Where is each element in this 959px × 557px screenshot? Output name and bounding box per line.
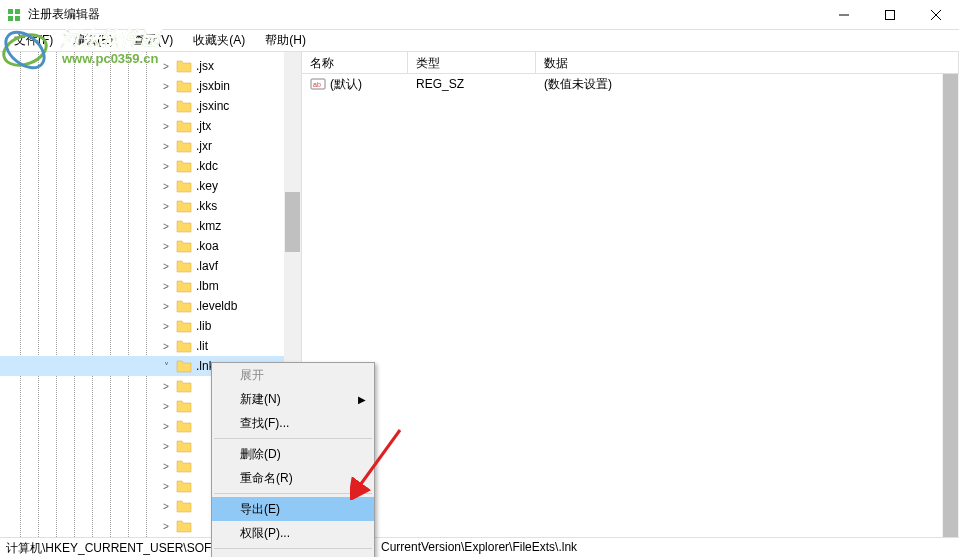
submenu-arrow-icon: ▶: [358, 394, 366, 405]
menu-new[interactable]: 新建(N) ▶: [212, 387, 374, 411]
tree-item-jsxinc[interactable]: >.jsxinc: [0, 96, 301, 116]
list-row[interactable]: ab (默认) REG_SZ (数值未设置): [302, 74, 959, 94]
expander-icon[interactable]: >: [160, 281, 172, 292]
folder-icon: [176, 419, 192, 433]
tree-item-jtx[interactable]: >.jtx: [0, 116, 301, 136]
menu-view[interactable]: 查看(V): [123, 30, 183, 51]
expander-icon[interactable]: >: [160, 381, 172, 392]
tree-label: .koa: [196, 239, 219, 253]
menu-find[interactable]: 查找(F)...: [212, 411, 374, 435]
menu-edit[interactable]: 编辑(E): [63, 30, 123, 51]
expander-icon[interactable]: >: [160, 441, 172, 452]
statusbar-path-right: CurrentVersion\Explorer\FileExts\.lnk: [375, 538, 959, 557]
folder-icon: [176, 99, 192, 113]
expander-icon[interactable]: >: [160, 301, 172, 312]
cell-name: ab (默认): [302, 76, 408, 93]
menu-permissions[interactable]: 权限(P)...: [212, 521, 374, 545]
tree-label: .jsxbin: [196, 79, 230, 93]
expander-icon[interactable]: >: [160, 421, 172, 432]
folder-icon: [176, 439, 192, 453]
expander-icon[interactable]: >: [160, 221, 172, 232]
expander-icon[interactable]: >: [160, 241, 172, 252]
value-name: (默认): [330, 76, 362, 93]
tree-label: .lavf: [196, 259, 218, 273]
menu-expand[interactable]: 展开: [212, 363, 374, 387]
folder-icon: [176, 399, 192, 413]
svg-rect-5: [886, 10, 895, 19]
expander-icon[interactable]: >: [160, 61, 172, 72]
tree-item-lbm[interactable]: >.lbm: [0, 276, 301, 296]
maximize-button[interactable]: [867, 0, 913, 30]
tree-label: .jsx: [196, 59, 214, 73]
expander-icon[interactable]: >: [160, 101, 172, 112]
tree-item-lavf[interactable]: >.lavf: [0, 256, 301, 276]
titlebar: 注册表编辑器: [0, 0, 959, 30]
menu-rename[interactable]: 重命名(R): [212, 466, 374, 490]
folder-icon: [176, 299, 192, 313]
minimize-button[interactable]: [821, 0, 867, 30]
regedit-icon: [6, 7, 22, 23]
expander-icon[interactable]: >: [160, 481, 172, 492]
folder-icon: [176, 119, 192, 133]
expander-icon[interactable]: >: [160, 181, 172, 192]
tree-item-kdc[interactable]: >.kdc: [0, 156, 301, 176]
tree-item-koa[interactable]: >.koa: [0, 236, 301, 256]
expander-icon[interactable]: >: [160, 81, 172, 92]
expander-icon[interactable]: >: [160, 321, 172, 332]
expander-icon[interactable]: >: [160, 501, 172, 512]
tree-item-lib[interactable]: >.lib: [0, 316, 301, 336]
tree-item-kmz[interactable]: >.kmz: [0, 216, 301, 236]
folder-icon: [176, 339, 192, 353]
tree-label: .kdc: [196, 159, 218, 173]
col-name[interactable]: 名称: [302, 52, 408, 73]
expander-icon[interactable]: >: [160, 521, 172, 532]
folder-icon: [176, 239, 192, 253]
menu-favorites[interactable]: 收藏夹(A): [183, 30, 255, 51]
tree-item-kks[interactable]: >.kks: [0, 196, 301, 216]
tree-label: .jtx: [196, 119, 211, 133]
context-menu: 展开 新建(N) ▶ 查找(F)... 删除(D) 重命名(R) 导出(E) 权…: [211, 362, 375, 557]
expander-icon[interactable]: >: [160, 261, 172, 272]
tree-item-jsxbin[interactable]: >.jsxbin: [0, 76, 301, 96]
menu-separator: [214, 493, 372, 494]
tree-item-jxr[interactable]: >.jxr: [0, 136, 301, 156]
expander-icon[interactable]: ˅: [160, 361, 172, 372]
expander-icon[interactable]: >: [160, 161, 172, 172]
folder-icon: [176, 519, 192, 533]
col-type[interactable]: 类型: [408, 52, 536, 73]
tree-item-jsx[interactable]: >.jsx: [0, 56, 301, 76]
menu-copy-key-name[interactable]: 复制项名称(C): [212, 552, 374, 557]
tree-label: .kks: [196, 199, 217, 213]
cell-type: REG_SZ: [408, 77, 536, 91]
statusbar-path-left: 计算机\HKEY_CURRENT_USER\SOFT: [0, 538, 211, 557]
list-panel: 名称 类型 数据 ab (默认) REG_SZ (数值未设置): [302, 52, 959, 537]
menu-file[interactable]: 文件(F): [4, 30, 63, 51]
tree-item-lit[interactable]: >.lit: [0, 336, 301, 356]
folder-icon: [176, 459, 192, 473]
expander-icon[interactable]: >: [160, 121, 172, 132]
expander-icon[interactable]: >: [160, 201, 172, 212]
tree-label: .kmz: [196, 219, 221, 233]
folder-icon: [176, 359, 192, 373]
menu-delete[interactable]: 删除(D): [212, 442, 374, 466]
menu-export[interactable]: 导出(E): [212, 497, 374, 521]
list-scrollbar[interactable]: [942, 74, 959, 537]
tree-label: .leveldb: [196, 299, 237, 313]
menu-help[interactable]: 帮助(H): [255, 30, 316, 51]
expander-icon[interactable]: >: [160, 141, 172, 152]
tree-item-leveldb[interactable]: >.leveldb: [0, 296, 301, 316]
col-data[interactable]: 数据: [536, 52, 959, 73]
expander-icon[interactable]: >: [160, 401, 172, 412]
expander-icon[interactable]: >: [160, 341, 172, 352]
close-button[interactable]: [913, 0, 959, 30]
folder-icon: [176, 499, 192, 513]
expander-icon[interactable]: >: [160, 461, 172, 472]
cell-data: (数值未设置): [536, 76, 959, 93]
folder-icon: [176, 259, 192, 273]
statusbar: 计算机\HKEY_CURRENT_USER\SOFT CurrentVersio…: [0, 537, 959, 557]
folder-icon: [176, 199, 192, 213]
tree-label: .lbm: [196, 279, 219, 293]
tree-item-key[interactable]: >.key: [0, 176, 301, 196]
folder-icon: [176, 179, 192, 193]
svg-rect-0: [8, 9, 13, 14]
